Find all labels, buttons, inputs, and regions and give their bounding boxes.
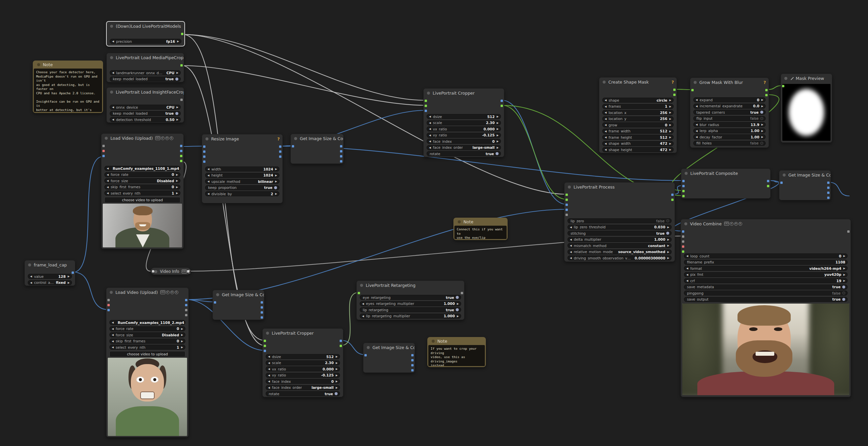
load-liveportrait-models-node[interactable]: (Down)Load LivePortraitModels◀precisionf… bbox=[106, 22, 185, 46]
widget-value[interactable]: ◀value128▶ bbox=[28, 274, 72, 279]
arrow-right-icon[interactable]: ▶ bbox=[68, 281, 70, 284]
input-slot[interactable] bbox=[102, 150, 105, 152]
arrow-left-icon[interactable]: ◀ bbox=[604, 99, 607, 102]
video-info-node[interactable]: Video InfoVHS bbox=[151, 268, 191, 275]
widget-force_size[interactable]: ◀force_sizeDisabled▶ bbox=[104, 178, 180, 183]
collapse-dot[interactable] bbox=[684, 222, 687, 225]
collapse-dot[interactable] bbox=[206, 137, 209, 140]
widget-force_size[interactable]: ◀force_sizeDisabled▶ bbox=[110, 332, 185, 337]
collapse-dot[interactable] bbox=[105, 137, 108, 140]
node-graph-canvas[interactable]: (Down)Load LivePortraitModels◀precisionf… bbox=[0, 0, 868, 446]
input-slot[interactable] bbox=[152, 270, 154, 273]
arrow-left-icon[interactable]: ◀ bbox=[604, 117, 607, 121]
arrow-left-icon[interactable]: ◀ bbox=[268, 380, 270, 383]
widget-keep_proportion[interactable]: keep_proportiontrue bbox=[205, 185, 279, 190]
arrow-left-icon[interactable]: ◀ bbox=[112, 106, 114, 109]
toggle-dot[interactable] bbox=[496, 152, 499, 155]
arrow-right-icon[interactable]: ▶ bbox=[497, 115, 499, 118]
toggle-dot[interactable] bbox=[456, 296, 459, 299]
arrow-left-icon[interactable]: ◀ bbox=[686, 273, 688, 276]
arrow-left-icon[interactable]: ◀ bbox=[362, 315, 364, 318]
collapse-dot[interactable] bbox=[110, 25, 113, 28]
widget-dsize[interactable]: ◀dsize512▶ bbox=[266, 354, 340, 359]
note-retargeting[interactable]: NoteConnect this if you want to use the … bbox=[454, 218, 507, 240]
input-slot[interactable] bbox=[292, 145, 294, 147]
arrow-right-icon[interactable]: ▶ bbox=[177, 40, 179, 43]
arrow-right-icon[interactable]: ▶ bbox=[667, 244, 669, 247]
arrow-right-icon[interactable]: ▶ bbox=[761, 98, 763, 101]
output-slot[interactable] bbox=[180, 155, 182, 157]
arrow-left-icon[interactable]: ◀ bbox=[112, 40, 114, 43]
arrow-right-icon[interactable]: ▶ bbox=[497, 122, 499, 124]
widget-lip_zero[interactable]: lip_zerofalse bbox=[567, 218, 672, 223]
arrow-right-icon[interactable]: ▶ bbox=[275, 174, 277, 177]
arrow-left-icon[interactable]: ◀ bbox=[604, 136, 607, 139]
widget-face_index_order[interactable]: ◀face_index_orderlarge-small▶ bbox=[427, 145, 501, 150]
output-slot[interactable] bbox=[340, 145, 342, 147]
arrow-left-icon[interactable]: ◀ bbox=[604, 130, 607, 133]
input-slot[interactable] bbox=[565, 194, 568, 196]
arrow-right-icon[interactable]: ▶ bbox=[497, 140, 499, 143]
arrow-right-icon[interactable]: ▶ bbox=[843, 273, 845, 276]
get-image-size-count-top-node[interactable]: Get Image Size & Count? bbox=[290, 134, 344, 164]
input-slot[interactable] bbox=[107, 299, 110, 301]
widget-keep_model_loaded[interactable]: keep_model_loadedtrue bbox=[110, 76, 181, 81]
arrow-left-icon[interactable]: ◀ bbox=[686, 267, 688, 270]
output-slot[interactable] bbox=[340, 345, 342, 347]
liveportrait-composite-node[interactable]: LivePortrait Composite bbox=[681, 169, 771, 199]
arrow-right-icon[interactable]: ▶ bbox=[181, 340, 183, 343]
widget-delta_multiplier[interactable]: ◀delta_multiplier1.000▶ bbox=[567, 237, 672, 242]
arrow-left-icon[interactable]: ◀ bbox=[112, 71, 114, 74]
widget-lip_zero_threshold[interactable]: ◀lip_zero_threshold0.030▶ bbox=[567, 225, 672, 230]
input-slot[interactable] bbox=[682, 185, 685, 187]
collapse-dot[interactable] bbox=[154, 270, 157, 273]
collapse-dot[interactable] bbox=[110, 56, 113, 59]
input-slot[interactable] bbox=[565, 214, 568, 216]
arrow-right-icon[interactable]: ▶ bbox=[761, 123, 763, 126]
widget-frame_height[interactable]: ◀frame_height512▶ bbox=[602, 135, 674, 140]
output-slot[interactable] bbox=[671, 199, 674, 201]
widget-vx_ratio[interactable]: ◀vx_ratio0.000▶ bbox=[427, 126, 501, 131]
widget-eye_retargeting[interactable]: eye_retargetingtrue bbox=[360, 295, 461, 300]
input-slot[interactable] bbox=[107, 309, 110, 311]
widget-pix_fmt[interactable]: ◀pix_fmtyuv420p▶ bbox=[684, 272, 847, 277]
toggle-dot[interactable] bbox=[666, 219, 669, 222]
widget-eyes_retargeting_multiplier[interactable]: ◀eyes_retargeting_multiplier1.000▶ bbox=[360, 301, 461, 306]
widget-fill_holes[interactable]: fill_holesfalse bbox=[693, 141, 766, 146]
output-slot[interactable] bbox=[185, 304, 187, 306]
arrow-left-icon[interactable]: ◀ bbox=[429, 115, 431, 118]
input-slot[interactable] bbox=[565, 209, 568, 211]
input-slot[interactable] bbox=[565, 199, 568, 201]
arrow-right-icon[interactable]: ▶ bbox=[68, 275, 70, 278]
collapse-dot[interactable] bbox=[266, 332, 269, 335]
arrow-left-icon[interactable]: ◀ bbox=[112, 333, 114, 336]
arrow-left-icon[interactable]: ◀ bbox=[686, 254, 688, 258]
widget-scale[interactable]: ◀scale2.30▶ bbox=[266, 361, 340, 366]
widget-video[interactable]: ◀videoRunComfy_examples_1108_2.mp4▶ bbox=[110, 320, 185, 325]
toggle-dot[interactable] bbox=[842, 298, 845, 301]
output-slot[interactable] bbox=[411, 359, 413, 362]
input-slot[interactable] bbox=[780, 181, 783, 184]
help-badge[interactable]: ? bbox=[670, 79, 674, 84]
output-slot[interactable] bbox=[261, 311, 263, 314]
output-slot[interactable] bbox=[261, 301, 263, 304]
arrow-left-icon[interactable]: ◀ bbox=[686, 279, 688, 282]
arrow-right-icon[interactable]: ▶ bbox=[336, 368, 338, 371]
widget-scale[interactable]: ◀scale2.30▶ bbox=[427, 121, 501, 125]
widget-face_index[interactable]: ◀face_index0▶ bbox=[266, 379, 340, 384]
arrow-left-icon[interactable]: ◀ bbox=[604, 148, 607, 151]
collapse-dot[interactable] bbox=[427, 92, 430, 95]
widget-onnx_device[interactable]: ◀onnx_deviceCPU▶ bbox=[110, 105, 181, 110]
collapse-dot[interactable] bbox=[603, 80, 606, 83]
output-slot[interactable] bbox=[180, 99, 183, 101]
input-slot[interactable] bbox=[214, 301, 216, 304]
collapse-dot[interactable] bbox=[784, 77, 787, 80]
collapse-dot[interactable] bbox=[28, 264, 31, 267]
widget-mismatch_method[interactable]: ◀mismatch_methodconstant▶ bbox=[567, 243, 672, 248]
arrow-left-icon[interactable]: ◀ bbox=[604, 124, 607, 126]
collapse-dot[interactable] bbox=[694, 81, 697, 84]
collapse-dot[interactable] bbox=[110, 91, 113, 94]
arrow-right-icon[interactable]: ▶ bbox=[176, 106, 178, 109]
arrow-left-icon[interactable]: ◀ bbox=[107, 173, 109, 176]
output-slot[interactable] bbox=[72, 272, 74, 274]
